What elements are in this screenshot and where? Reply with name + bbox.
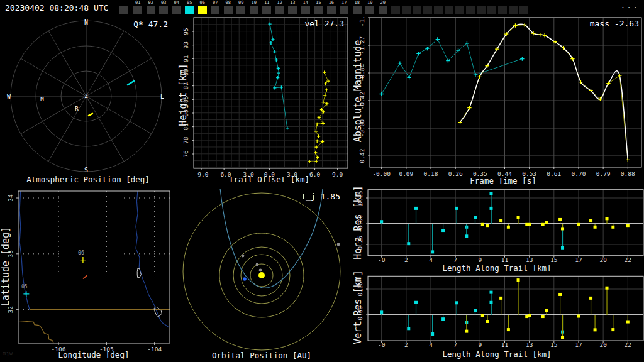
- ground-track-panel: 0506-106-105-104343332: [0, 189, 176, 362]
- svg-text:11: 11: [501, 341, 509, 348]
- frame-box: [434, 6, 443, 14]
- svg-text:13: 13: [526, 341, 533, 348]
- frame-box: [133, 6, 142, 14]
- frame-box: [423, 6, 432, 14]
- overflow-menu[interactable]: ...: [621, 1, 639, 10]
- svg-text:17: 17: [575, 256, 582, 263]
- frame-box: [519, 6, 528, 14]
- svg-text:S: S: [84, 167, 88, 173]
- svg-text:0.18: 0.18: [424, 170, 438, 177]
- frame-box: [445, 6, 453, 14]
- svg-text:0.88: 0.88: [621, 170, 635, 177]
- frame-slot-label: 11: [264, 1, 269, 5]
- svg-text:-0.00: -0.00: [372, 170, 391, 177]
- frame-slot-label: 13: [290, 1, 295, 5]
- timestamp: 20230402 08:20:48 UTC: [5, 3, 108, 13]
- frame-box: [413, 6, 421, 14]
- trail-offset-panel: -9.0-6.0-3.00.03.06.09.09593918987858381…: [176, 16, 352, 179]
- p-vert-svg: -024791113151720220.16-0.00: [352, 269, 644, 352]
- mag-ylabel: Absolute Magnitude: [352, 40, 364, 143]
- svg-text:7: 7: [453, 341, 457, 348]
- frame-box: [159, 6, 168, 14]
- horz-ylabel: Horz Res [km]: [352, 185, 364, 259]
- svg-text:93: 93: [182, 41, 189, 48]
- frame-box: [402, 6, 411, 14]
- svg-text:0.70: 0.70: [572, 170, 586, 177]
- p-orbit-svg: [176, 189, 352, 362]
- svg-text:05: 05: [21, 284, 28, 290]
- frame-slot-label: 05: [187, 1, 192, 5]
- vel-stat: vel 27.3: [304, 19, 344, 28]
- svg-text:4: 4: [429, 341, 433, 348]
- svg-text:20: 20: [599, 256, 607, 263]
- svg-text:M: M: [40, 96, 44, 102]
- orbital-position-panel: [176, 189, 352, 362]
- svg-text:76: 76: [182, 150, 189, 158]
- frame-box: [172, 6, 181, 14]
- frame-slot-label: 16: [329, 1, 334, 5]
- svg-text:9: 9: [478, 256, 482, 263]
- q-stat: Q* 47.2: [133, 19, 168, 29]
- frame-box: [224, 6, 233, 14]
- frame-slot-label: 18: [355, 1, 360, 5]
- frame-box: [288, 6, 297, 14]
- svg-text:E: E: [160, 93, 164, 100]
- frame-selector: 0102030405060708091011121314151617181920: [119, 0, 560, 15]
- frame-box: [147, 6, 155, 14]
- p-polar-svg: NSWEZMR: [0, 16, 176, 174]
- frame-box: [466, 6, 475, 14]
- frame-box: [262, 6, 271, 14]
- horz-residual-panel: -024791113151720220.25-0.00-0.25: [352, 185, 644, 268]
- svg-text:Z: Z: [84, 93, 88, 99]
- svg-text:78: 78: [182, 136, 189, 144]
- light-curve-panel: -0.000.090.180.260.350.440.530.610.700.7…: [352, 16, 644, 179]
- map-xlabel: Longitude [deg]: [58, 350, 130, 359]
- frame-slot-label: 03: [161, 1, 166, 5]
- tj-stat: T_j 1.85: [301, 192, 340, 201]
- frame-slot-label: 08: [226, 1, 231, 5]
- frame-slot-label: 04: [174, 1, 179, 5]
- svg-text:-104: -104: [147, 346, 162, 353]
- svg-text:06: 06: [78, 250, 84, 256]
- p-trail-svg: -9.0-6.0-3.00.03.06.09.09593918987858381…: [176, 16, 352, 179]
- svg-text:6.0: 6.0: [309, 171, 320, 178]
- frame-slot-label: 20: [380, 1, 386, 5]
- svg-text:-0: -0: [378, 341, 386, 348]
- frame-box: [487, 6, 496, 14]
- mass-stat: mass -2.63: [590, 19, 639, 28]
- svg-text:9: 9: [478, 341, 482, 348]
- svg-text:W: W: [7, 93, 11, 100]
- frame-box: [379, 6, 387, 14]
- frame-box: [250, 6, 258, 14]
- orbit-title: Orbital Position [AU]: [212, 351, 311, 360]
- svg-text:-1.69: -1.69: [358, 16, 365, 26]
- svg-text:0.42: 0.42: [358, 149, 365, 163]
- svg-text:20: 20: [599, 341, 607, 348]
- atmospheric-position-panel: NSWEZMR: [0, 16, 176, 174]
- frame-box: [327, 6, 336, 14]
- svg-text:22: 22: [625, 341, 631, 348]
- frame-slot-label: 09: [238, 1, 243, 5]
- frame-box: [477, 6, 486, 14]
- svg-text:15: 15: [550, 341, 557, 348]
- svg-text:0.26: 0.26: [448, 170, 463, 177]
- polar-title: Atmospheric Position [deg]: [26, 175, 150, 184]
- vert-ylabel: Vert Res [km]: [352, 270, 364, 344]
- svg-text:0.61: 0.61: [547, 170, 561, 177]
- svg-text:2: 2: [404, 341, 408, 348]
- frame-box: [391, 6, 400, 14]
- svg-text:N: N: [84, 19, 88, 26]
- frame-box: [236, 6, 245, 14]
- frame-box: [211, 6, 219, 14]
- frame-slot-label: 14: [303, 1, 308, 5]
- frame-box: [509, 6, 518, 14]
- frame-slot-label: 19: [367, 1, 372, 5]
- frame-slot-label: 02: [148, 1, 153, 5]
- svg-text:91: 91: [182, 55, 189, 62]
- vert-residual-panel: -024791113151720220.16-0.00: [352, 269, 644, 352]
- svg-text:4: 4: [429, 256, 433, 263]
- svg-text:32: 32: [7, 306, 14, 313]
- vert-xlabel: Length Along Trail [km]: [442, 349, 551, 359]
- frame-slot-label: 15: [316, 1, 321, 5]
- svg-text:0.09: 0.09: [399, 170, 413, 177]
